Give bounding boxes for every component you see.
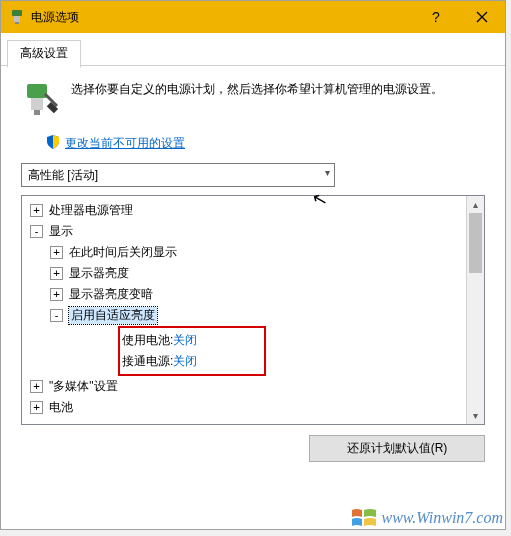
scrollbar[interactable]: ▴ ▾ — [466, 196, 484, 424]
close-icon — [476, 11, 488, 23]
power-plan-icon — [21, 80, 61, 120]
tree-node-adaptive-brightness[interactable]: - 启用自适应亮度 — [22, 305, 484, 326]
admin-link-row: 更改当前不可用的设置 — [45, 134, 485, 153]
button-row: 还原计划默认值(R) — [21, 435, 485, 462]
tree-node-multimedia[interactable]: + "多媒体"设置 — [22, 376, 484, 397]
scroll-thumb[interactable] — [469, 213, 482, 273]
intro-row: 选择你要自定义的电源计划，然后选择你希望计算机管理的电源设置。 — [21, 80, 485, 120]
tree-node-plugged-in[interactable]: 接通电源: 关闭 — [122, 351, 262, 372]
collapse-icon[interactable]: - — [30, 225, 43, 238]
scroll-down-icon[interactable]: ▾ — [467, 407, 484, 424]
tab-content: 选择你要自定义的电源计划，然后选择你希望计算机管理的电源设置。 更改当前不可用的… — [1, 66, 505, 472]
intro-text: 选择你要自定义的电源计划，然后选择你希望计算机管理的电源设置。 — [71, 80, 443, 99]
app-icon — [9, 9, 25, 25]
svg-rect-3 — [27, 84, 47, 98]
tree-node-display[interactable]: - 显示 — [22, 221, 484, 242]
svg-rect-0 — [12, 10, 22, 16]
tree-node-on-battery[interactable]: 使用电池: 关闭 — [122, 330, 262, 351]
shield-icon — [45, 134, 61, 153]
expand-icon[interactable]: + — [30, 204, 43, 217]
window-title: 电源选项 — [31, 9, 413, 26]
scroll-up-icon[interactable]: ▴ — [467, 196, 484, 213]
chevron-down-icon: ▾ — [325, 167, 330, 178]
collapse-icon[interactable]: - — [50, 309, 63, 322]
plan-select[interactable]: 高性能 [活动] ▾ — [21, 163, 335, 187]
tree-node-turn-off-display[interactable]: + 在此时间后关闭显示 — [22, 242, 484, 263]
tree-node-processor[interactable]: + 处理器电源管理 — [22, 200, 484, 221]
expand-icon[interactable]: + — [50, 267, 63, 280]
help-button[interactable]: ? — [413, 1, 459, 33]
expand-icon[interactable]: + — [30, 401, 43, 414]
tree-node-brightness[interactable]: + 显示器亮度 — [22, 263, 484, 284]
settings-tree: + 处理器电源管理 - 显示 + 在此时间后关闭显示 + 显示器亮度 + — [21, 195, 485, 425]
titlebar: 电源选项 ? — [1, 1, 505, 33]
selected-node-label: 启用自适应亮度 — [69, 307, 157, 324]
svg-rect-1 — [14, 16, 20, 22]
expand-icon[interactable]: + — [50, 288, 63, 301]
tab-advanced[interactable]: 高级设置 — [7, 40, 81, 68]
restore-defaults-button[interactable]: 还原计划默认值(R) — [309, 435, 485, 462]
expand-icon[interactable]: + — [30, 380, 43, 393]
plan-selected-text: 高性能 [活动] — [28, 167, 98, 184]
tab-strip: 高级设置 — [1, 33, 505, 66]
power-options-window: 电源选项 ? 高级设置 选择你要自定义的电源计划，然后选择你希望计算机管理的电源… — [0, 0, 506, 530]
svg-rect-5 — [34, 110, 40, 115]
highlight-box: 使用电池: 关闭 接通电源: 关闭 — [118, 326, 266, 376]
tree-node-dimmed-brightness[interactable]: + 显示器亮度变暗 — [22, 284, 484, 305]
svg-rect-2 — [15, 22, 19, 24]
expand-icon[interactable]: + — [50, 246, 63, 259]
tree-node-battery[interactable]: + 电池 — [22, 397, 484, 418]
change-unavailable-link[interactable]: 更改当前不可用的设置 — [65, 135, 185, 152]
close-button[interactable] — [459, 1, 505, 33]
svg-rect-4 — [31, 98, 43, 110]
